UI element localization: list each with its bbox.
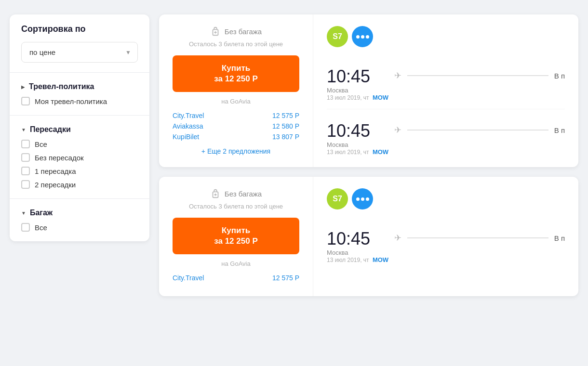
depart-time-1-1: 10:45 [327, 66, 394, 87]
baggage-info-1: Без багажа [210, 26, 262, 37]
travel-policy-section: ▶ Тревел-политика Моя тревел-политика [10, 73, 149, 116]
offer-link-1-2[interactable]: KupiBilet [173, 133, 199, 141]
dot-circle-1a [356, 35, 360, 39]
depart-city-2-1: Москва [327, 249, 394, 256]
sidebar: Сортировка по по цене по времени по удоб… [10, 14, 149, 241]
dot-circle-2c [366, 197, 369, 201]
flight-panel-2: S7 10:45 Москва 13 июл 2019, чт MOW [313, 177, 578, 296]
offer-row-1-1: Aviakassa 12 580 Р [173, 122, 299, 130]
arrive-label-1-2: В п [554, 126, 565, 134]
travel-policy-checkbox-row: Моя тревел-политика [21, 97, 138, 105]
transfer-all-checkbox[interactable] [21, 140, 30, 148]
offer-price-1-1: 12 580 Р [272, 122, 299, 130]
dot-logo-2 [352, 188, 373, 209]
plane-icon-1-1: ✈ [394, 70, 401, 81]
depart-time-2-1: 10:45 [327, 229, 394, 249]
transfer-1-label: 1 пересадка [35, 167, 76, 175]
results-list: Без багажа Осталось 3 билета по этой цен… [159, 14, 578, 296]
baggage-header[interactable]: ▼ Багаж [21, 209, 138, 217]
transfers-header[interactable]: ▼ Пересадки [21, 125, 138, 134]
offer-price-1-0: 12 575 Р [272, 112, 299, 119]
baggage-icon-2 [210, 188, 221, 199]
offer-row-1-2: KupiBilet 13 807 Р [173, 133, 299, 141]
flight-panel-1: S7 10:45 Москва 13 июл 2019, чт MOW [313, 14, 578, 167]
baggage-info-2: Без багажа [210, 188, 262, 199]
offer-link-2-0[interactable]: City.Travel [173, 274, 204, 282]
segment-right-1-1: ✈ В п [394, 66, 565, 81]
baggage-icon-1 [210, 26, 221, 37]
offer-link-1-1[interactable]: Aviakassa [173, 122, 203, 130]
offer-price-1-2: 13 807 Р [272, 133, 299, 141]
baggage-title: Багаж [30, 209, 53, 217]
sort-title: Сортировка по [21, 24, 138, 34]
baggage-all-row: Все [21, 223, 138, 232]
flight-card-2: Без багажа Осталось 3 билета по этой цен… [159, 177, 578, 296]
via-label-1: на GoAvia [221, 98, 250, 105]
flight-line-2-1 [407, 237, 548, 238]
buy-line1-2: Купить [222, 226, 250, 235]
segment-2-1: 10:45 Москва 13 июл 2019, чт MOW ✈ В п [327, 229, 565, 263]
transfer-2-row: 2 пересадки [21, 180, 138, 189]
segment-depart-1-2: 10:45 Москва 13 июл 2019, чт MOW [327, 121, 394, 156]
segment-1-2: 10:45 Москва 13 июл 2019, чт MOW ✈ В п [327, 121, 565, 156]
offer-row-2-0: City.Travel 12 575 Р [173, 274, 299, 282]
transfer-1-row: 1 пересадка [21, 167, 138, 175]
offer-price-2-0: 12 575 Р [272, 274, 299, 282]
travel-policy-checkbox[interactable] [21, 97, 30, 105]
s7-logo-1: S7 [327, 26, 348, 47]
depart-code-2-1: MOW [373, 256, 388, 263]
baggage-all-checkbox[interactable] [21, 223, 30, 232]
baggage-all-label: Все [35, 223, 47, 232]
baggage-section: ▼ Багаж Все [10, 199, 149, 241]
tickets-left-1: Осталось 3 билета по этой цене [189, 40, 283, 48]
airline-logos-2: S7 [327, 188, 565, 209]
more-offers-1[interactable]: + Еще 2 предложения [201, 147, 270, 155]
segment-depart-1-1: 10:45 Москва 13 июл 2019, чт MOW [327, 66, 394, 101]
depart-date-1-1: 13 июл 2019, чт MOW [327, 94, 394, 101]
travel-policy-label: Моя тревел-политика [35, 97, 107, 105]
segment-right-1-2: ✈ В п [394, 121, 565, 135]
arrive-label-2-1: В п [554, 234, 565, 242]
sort-select-wrapper: по цене по времени по удобству ▼ [21, 42, 138, 63]
transfer-2-label: 2 пересадки [35, 181, 76, 189]
buy-line1-1: Купить [222, 64, 250, 73]
via-label-2: на GoAvia [221, 260, 250, 267]
depart-city-1-2: Москва [327, 141, 394, 148]
depart-date-1-2: 13 июл 2019, чт MOW [327, 148, 394, 156]
travel-policy-header[interactable]: ▶ Тревел-политика [21, 82, 138, 91]
plane-icon-1-2: ✈ [394, 125, 401, 135]
transfer-all-row: Все [21, 140, 138, 148]
arrive-label-1-1: В п [554, 72, 565, 80]
depart-code-1-1: MOW [373, 94, 388, 101]
travel-policy-title: Тревел-политика [29, 82, 94, 91]
transfer-nonstop-checkbox[interactable] [21, 153, 30, 162]
sort-section: Сортировка по по цене по времени по удоб… [10, 14, 149, 73]
transfer-1-checkbox[interactable] [21, 167, 30, 175]
offer-link-1-0[interactable]: City.Travel [173, 112, 204, 119]
transfer-all-label: Все [35, 140, 47, 148]
sort-select[interactable]: по цене по времени по удобству [21, 42, 138, 63]
dot-circle-1c [366, 35, 369, 39]
buy-line2-1: за 12 250 Р [214, 74, 257, 83]
transfer-nonstop-label: Без пересадок [35, 154, 84, 162]
s7-logo-2: S7 [327, 188, 348, 209]
offer-row-1-0: City.Travel 12 575 Р [173, 112, 299, 119]
chevron-right-icon: ▶ [21, 84, 25, 90]
chevron-down-icon-baggage: ▼ [21, 210, 26, 216]
booking-panel-2: Без багажа Осталось 3 билета по этой цен… [159, 177, 313, 296]
segment-1-1: 10:45 Москва 13 июл 2019, чт MOW ✈ В п [327, 66, 565, 109]
plane-icon-2-1: ✈ [394, 233, 401, 243]
transfer-nonstop-row: Без пересадок [21, 153, 138, 162]
buy-line2-2: за 12 250 Р [214, 236, 257, 246]
dot-circle-1b [361, 35, 364, 39]
transfers-section: ▼ Пересадки Все Без пересадок 1 пересадк… [10, 116, 149, 199]
buy-button-1[interactable]: Купить за 12 250 Р [173, 55, 299, 92]
booking-panel-1: Без багажа Осталось 3 билета по этой цен… [159, 14, 313, 167]
dot-logo-1 [352, 26, 373, 47]
depart-code-1-2: MOW [373, 148, 388, 156]
page: Сортировка по по цене по времени по удоб… [0, 0, 588, 311]
baggage-text-2: Без багажа [225, 190, 262, 198]
transfer-2-checkbox[interactable] [21, 180, 30, 189]
depart-date-2-1: 13 июл 2019, чт MOW [327, 256, 394, 263]
buy-button-2[interactable]: Купить за 12 250 Р [173, 218, 299, 254]
